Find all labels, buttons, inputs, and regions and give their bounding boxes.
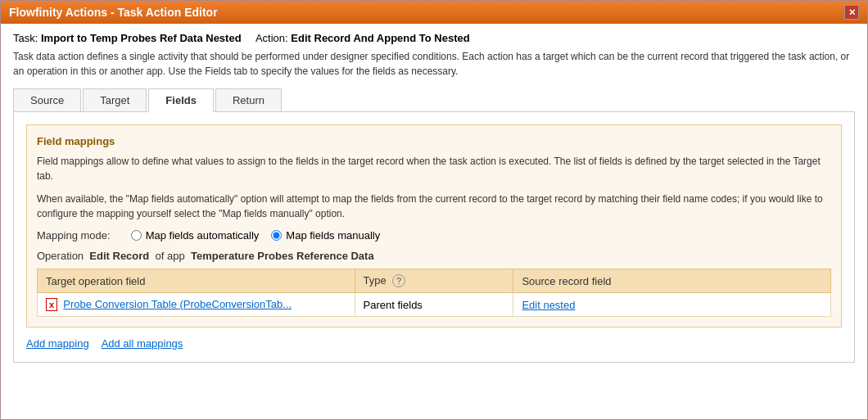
field-mappings-desc2: When available, the "Map fields automati… [37, 192, 831, 221]
radio-auto[interactable] [131, 230, 142, 241]
description-text: Task data action defines a single activi… [13, 49, 855, 79]
close-button[interactable]: ✕ [844, 5, 859, 20]
radio-auto-label: Map fields automatically [146, 229, 260, 242]
type-help-icon[interactable]: ? [392, 274, 405, 287]
cell-type: Parent fields [355, 293, 513, 317]
task-label: Task: [13, 32, 38, 44]
task-info: Task: Import to Temp Probes Ref Data Nes… [13, 32, 855, 44]
cell-source: Edit nested [513, 293, 831, 317]
action-value: Edit Record And Append To Nested [291, 32, 469, 44]
mapping-mode-row: Mapping mode: Map fields automatically M… [37, 229, 831, 242]
cell-target: x Probe Conversion Table (ProbeConversio… [38, 293, 355, 317]
title-bar: Flowfinity Actions - Task Action Editor … [1, 1, 867, 24]
tab-bar: Source Target Fields Return [13, 88, 855, 112]
field-mappings-section: Field mappings Field mappings allow to d… [26, 124, 842, 327]
app-name: Temperature Probes Reference Data [191, 250, 374, 262]
task-value: Import to Temp Probes Ref Data Nested [41, 32, 242, 44]
radio-manual-option[interactable]: Map fields manually [271, 229, 380, 242]
add-all-mappings-link[interactable]: Add all mappings [102, 337, 183, 350]
content-area: Task: Import to Temp Probes Ref Data Nes… [1, 24, 867, 371]
tab-return[interactable]: Return [215, 88, 282, 111]
app-prefix: of app [156, 250, 185, 262]
operation-line: Operation Edit Record of app Temperature… [37, 250, 831, 262]
operation-prefix: Operation [37, 250, 84, 262]
delete-mapping-button[interactable]: x [46, 298, 57, 311]
radio-manual[interactable] [271, 230, 282, 241]
mapping-table: Target operation field Type ? Source rec… [37, 269, 831, 317]
operation-name: Edit Record [89, 250, 149, 262]
action-label: Action: [255, 32, 288, 44]
mapping-mode-label: Mapping mode: [37, 229, 111, 242]
field-mappings-header: Field mappings [37, 135, 831, 147]
field-mappings-desc1: Field mappings allow to define what valu… [37, 154, 831, 183]
add-mapping-link[interactable]: Add mapping [26, 337, 89, 350]
type-value: Parent fields [364, 299, 423, 311]
tab-source[interactable]: Source [13, 88, 81, 111]
radio-manual-label: Map fields manually [286, 229, 380, 242]
th-target: Target operation field [38, 269, 355, 293]
bottom-links: Add mapping Add all mappings [26, 337, 842, 350]
window-title: Flowfinity Actions - Task Action Editor [9, 6, 218, 19]
tab-content-fields: Field mappings Field mappings allow to d… [13, 112, 855, 363]
edit-nested-link[interactable]: Edit nested [522, 299, 575, 311]
th-type: Type ? [355, 269, 513, 293]
main-window: Flowfinity Actions - Task Action Editor … [0, 0, 868, 420]
radio-auto-option[interactable]: Map fields automatically [131, 229, 260, 242]
target-field-link[interactable]: Probe Conversion Table (ProbeConversionT… [63, 298, 292, 310]
table-row: x Probe Conversion Table (ProbeConversio… [38, 293, 831, 317]
tab-fields[interactable]: Fields [148, 88, 214, 112]
tab-target[interactable]: Target [83, 88, 147, 111]
th-source: Source record field [513, 269, 831, 293]
table-header-row: Target operation field Type ? Source rec… [38, 269, 831, 293]
